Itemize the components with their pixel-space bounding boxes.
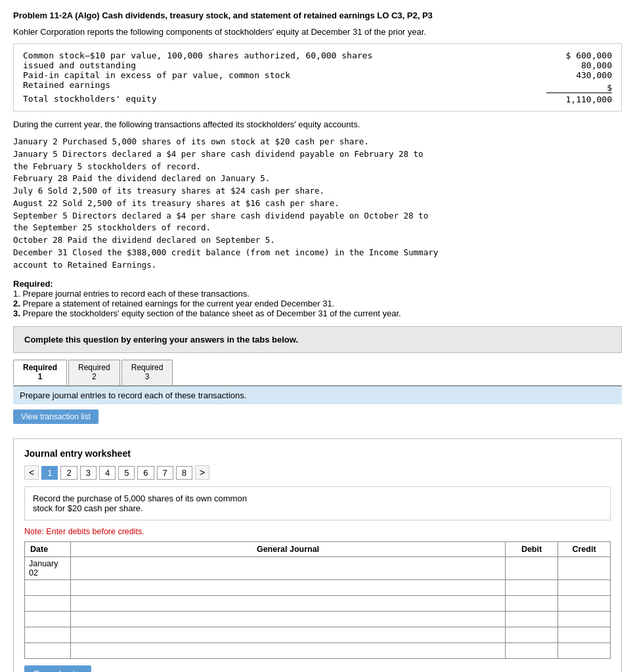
table-row: January02 — [25, 557, 611, 580]
equity-line-3: Paid-in capital in excess of par value, … — [23, 70, 546, 80]
worksheet-title: Journal entry worksheet — [24, 448, 611, 459]
row3-debit-input[interactable] — [510, 599, 554, 608]
equity-total-label: Total stockholders' equity — [23, 94, 546, 104]
row4-debit[interactable] — [506, 612, 558, 627]
row5-credit[interactable] — [558, 627, 611, 643]
complete-box: Complete this question by entering your … — [13, 326, 622, 353]
row3-credit[interactable] — [558, 596, 611, 612]
row1-journal[interactable] — [71, 557, 506, 580]
required-2: 2. Prepare a statement of retained earni… — [13, 299, 622, 308]
intro-text: Kohler Corporation reports the following… — [13, 27, 622, 37]
trans-8: the September 25 stockholders of record. — [13, 222, 622, 234]
table-row — [25, 627, 611, 643]
equity-total-value: 1,110,000 — [546, 93, 612, 104]
trans-4: February 28 Paid the dividend declared o… — [13, 173, 622, 185]
row3-debit[interactable] — [506, 596, 558, 612]
row4-credit[interactable] — [558, 612, 611, 627]
trans-6: August 22 Sold 2,500 of its treasury sha… — [13, 198, 622, 210]
row6-credit-input[interactable] — [562, 646, 606, 656]
nav-num-2[interactable]: 2 — [60, 466, 77, 480]
record-entry-button[interactable]: Record entry — [24, 665, 91, 672]
row6-credit[interactable] — [558, 643, 611, 659]
row2-journal-input[interactable] — [75, 583, 501, 593]
nav-row: < 1 2 3 4 5 6 7 8 > — [24, 465, 611, 480]
problem-title: Problem 11-2A (Algo) Cash dividends, tre… — [13, 10, 622, 20]
trans-1: January 2 Purchased 5,000 shares of its … — [13, 136, 622, 148]
equity-val-1: $ 600,000 — [546, 51, 612, 60]
equity-dollar-sign: $ — [546, 83, 612, 93]
equity-box: Common stock—$10 par value, 100,000 shar… — [13, 43, 622, 112]
btn-group-left: Record entry Clear entry — [24, 665, 91, 672]
row1-debit[interactable] — [506, 557, 558, 580]
trans-3: the February 5 stockholders of record. — [13, 161, 622, 173]
header-journal: General Journal — [71, 542, 506, 557]
trans-11: account to Retained Earnings. — [13, 259, 622, 272]
header-credit: Credit — [558, 542, 611, 557]
nav-num-3[interactable]: 3 — [80, 466, 97, 480]
trans-5: July 6 Sold 2,500 of its treasury shares… — [13, 185, 622, 198]
nav-prev-button[interactable]: < — [24, 465, 39, 480]
worksheet-box: Journal entry worksheet < 1 2 3 4 5 6 7 … — [13, 438, 622, 672]
equity-left: Common stock—$10 par value, 100,000 shar… — [23, 51, 546, 104]
required-3: 3. Prepare the stockholders' equity sect… — [13, 308, 622, 318]
nav-next-button[interactable]: > — [195, 465, 209, 480]
row1-journal-input[interactable] — [75, 564, 501, 573]
row6-debit-input[interactable] — [510, 646, 554, 656]
tab-required-3[interactable]: Required3 — [121, 360, 173, 385]
note-text: Note: Enter debits before credits. — [24, 527, 611, 536]
row5-debit[interactable] — [506, 627, 558, 643]
row1-debit-input[interactable] — [510, 564, 554, 573]
tab-required-1[interactable]: Required1 — [13, 360, 67, 385]
nav-num-1[interactable]: 1 — [41, 466, 58, 480]
row4-journal[interactable] — [71, 612, 506, 627]
row5-credit-input[interactable] — [562, 631, 606, 640]
transaction-desc: Record the purchase of 5,000 shares of i… — [24, 486, 611, 520]
row4-debit-input[interactable] — [510, 615, 554, 624]
row6-debit[interactable] — [506, 643, 558, 659]
row6-date — [25, 643, 71, 659]
trans-10: December 31 Closed the $388,000 credit b… — [13, 247, 622, 259]
row1-credit-input[interactable] — [562, 564, 606, 573]
row4-credit-input[interactable] — [562, 615, 606, 624]
row2-debit-input[interactable] — [510, 583, 554, 593]
nav-num-8[interactable]: 8 — [176, 466, 192, 480]
transactions-header: During the current year, the following t… — [13, 119, 622, 129]
row2-journal[interactable] — [71, 580, 506, 596]
view-transaction-list-button[interactable]: View transaction list — [13, 410, 99, 424]
nav-num-4[interactable]: 4 — [99, 466, 116, 480]
row1-credit[interactable] — [558, 557, 611, 580]
trans-2: January 5 Directors declared a $4 per sh… — [13, 148, 622, 161]
row5-journal-input[interactable] — [75, 631, 501, 640]
row3-credit-input[interactable] — [562, 599, 606, 608]
row5-debit-input[interactable] — [510, 631, 554, 640]
tab-content-label: Prepare journal entries to record each o… — [13, 387, 622, 404]
row6-journal-input[interactable] — [75, 646, 501, 656]
row2-debit[interactable] — [506, 580, 558, 596]
table-row — [25, 612, 611, 627]
row4-date — [25, 612, 71, 627]
equity-right: $ 600,000 80,000 430,000 $ 1,110,000 — [546, 51, 612, 104]
row2-credit-input[interactable] — [562, 583, 606, 593]
required-label: Required: — [13, 279, 53, 289]
table-row — [25, 643, 611, 659]
trans-9: October 28 Paid the dividend declared on… — [13, 234, 622, 247]
tab-required-2[interactable]: Required2 — [68, 360, 120, 385]
equity-line-2: issued and outstanding — [23, 60, 546, 70]
equity-line-1: Common stock—$10 par value, 100,000 shar… — [23, 51, 546, 60]
row3-journal-input[interactable] — [75, 599, 501, 608]
nav-num-6[interactable]: 6 — [137, 466, 154, 480]
button-row: Record entry Clear entry View general jo… — [24, 665, 611, 672]
row4-journal-input[interactable] — [75, 615, 501, 624]
transactions-block: January 2 Purchased 5,000 shares of its … — [13, 136, 622, 271]
header-date: Date — [25, 542, 71, 557]
row2-credit[interactable] — [558, 580, 611, 596]
nav-num-5[interactable]: 5 — [118, 466, 135, 480]
nav-num-7[interactable]: 7 — [157, 466, 173, 480]
row6-journal[interactable] — [71, 643, 506, 659]
equity-line-4: Retained earnings — [23, 80, 546, 90]
transaction-desc-line2: stock for $20 cash per share. — [33, 503, 143, 513]
row3-journal[interactable] — [71, 596, 506, 612]
row5-journal[interactable] — [71, 627, 506, 643]
required-1: 1. Prepare journal entries to record eac… — [13, 289, 622, 299]
equity-val-3: 430,000 — [546, 70, 612, 80]
